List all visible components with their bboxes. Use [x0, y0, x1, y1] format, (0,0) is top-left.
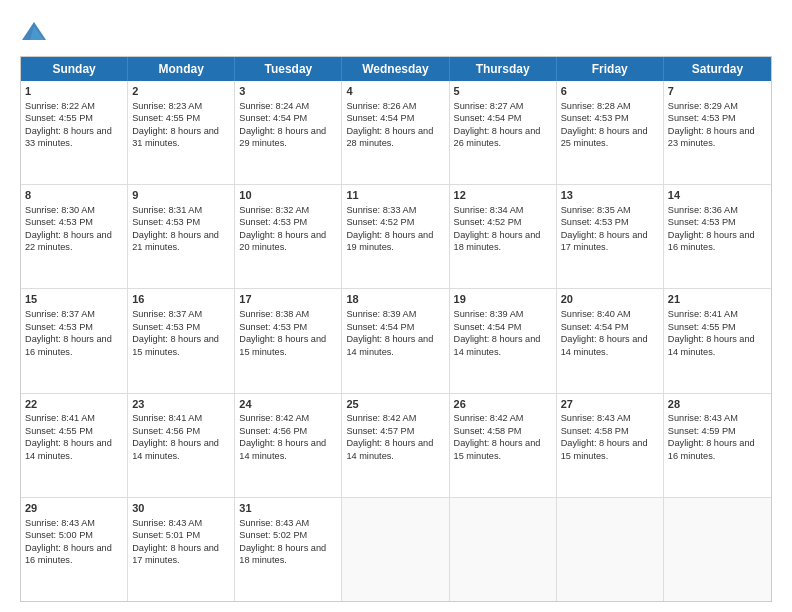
- day-cell-20: 20Sunrise: 8:40 AMSunset: 4:54 PMDayligh…: [557, 289, 664, 392]
- sunrise-text: Sunrise: 8:42 AM: [454, 413, 524, 423]
- day-number: 14: [668, 188, 767, 203]
- sunrise-text: Sunrise: 8:37 AM: [132, 309, 202, 319]
- sunrise-text: Sunrise: 8:37 AM: [25, 309, 95, 319]
- header-day-thursday: Thursday: [450, 57, 557, 81]
- calendar-row-2: 15Sunrise: 8:37 AMSunset: 4:53 PMDayligh…: [21, 289, 771, 393]
- day-number: 19: [454, 292, 552, 307]
- daylight-text: Daylight: 8 hours and 22 minutes.: [25, 230, 112, 252]
- sunrise-text: Sunrise: 8:43 AM: [239, 518, 309, 528]
- sunrise-text: Sunrise: 8:34 AM: [454, 205, 524, 215]
- day-number: 4: [346, 84, 444, 99]
- day-cell-13: 13Sunrise: 8:35 AMSunset: 4:53 PMDayligh…: [557, 185, 664, 288]
- daylight-text: Daylight: 8 hours and 29 minutes.: [239, 126, 326, 148]
- day-number: 24: [239, 397, 337, 412]
- sunset-text: Sunset: 5:02 PM: [239, 530, 307, 540]
- sunrise-text: Sunrise: 8:29 AM: [668, 101, 738, 111]
- day-cell-21: 21Sunrise: 8:41 AMSunset: 4:55 PMDayligh…: [664, 289, 771, 392]
- sunrise-text: Sunrise: 8:40 AM: [561, 309, 631, 319]
- day-number: 2: [132, 84, 230, 99]
- sunset-text: Sunset: 4:54 PM: [561, 322, 629, 332]
- sunrise-text: Sunrise: 8:43 AM: [25, 518, 95, 528]
- sunset-text: Sunset: 5:01 PM: [132, 530, 200, 540]
- sunrise-text: Sunrise: 8:31 AM: [132, 205, 202, 215]
- daylight-text: Daylight: 8 hours and 14 minutes.: [346, 438, 433, 460]
- daylight-text: Daylight: 8 hours and 19 minutes.: [346, 230, 433, 252]
- sunset-text: Sunset: 4:53 PM: [25, 217, 93, 227]
- logo-icon: [20, 18, 48, 46]
- sunset-text: Sunset: 5:00 PM: [25, 530, 93, 540]
- sunrise-text: Sunrise: 8:24 AM: [239, 101, 309, 111]
- sunset-text: Sunset: 4:53 PM: [132, 322, 200, 332]
- sunrise-text: Sunrise: 8:35 AM: [561, 205, 631, 215]
- day-number: 5: [454, 84, 552, 99]
- daylight-text: Daylight: 8 hours and 33 minutes.: [25, 126, 112, 148]
- daylight-text: Daylight: 8 hours and 14 minutes.: [561, 334, 648, 356]
- calendar-body: 1Sunrise: 8:22 AMSunset: 4:55 PMDaylight…: [21, 81, 771, 601]
- daylight-text: Daylight: 8 hours and 14 minutes.: [25, 438, 112, 460]
- day-number: 26: [454, 397, 552, 412]
- day-cell-16: 16Sunrise: 8:37 AMSunset: 4:53 PMDayligh…: [128, 289, 235, 392]
- sunset-text: Sunset: 4:53 PM: [561, 217, 629, 227]
- day-cell-30: 30Sunrise: 8:43 AMSunset: 5:01 PMDayligh…: [128, 498, 235, 601]
- daylight-text: Daylight: 8 hours and 15 minutes.: [454, 438, 541, 460]
- sunset-text: Sunset: 4:52 PM: [454, 217, 522, 227]
- page: SundayMondayTuesdayWednesdayThursdayFrid…: [0, 0, 792, 612]
- daylight-text: Daylight: 8 hours and 14 minutes.: [239, 438, 326, 460]
- day-cell-19: 19Sunrise: 8:39 AMSunset: 4:54 PMDayligh…: [450, 289, 557, 392]
- sunset-text: Sunset: 4:53 PM: [132, 217, 200, 227]
- header-day-sunday: Sunday: [21, 57, 128, 81]
- sunrise-text: Sunrise: 8:43 AM: [561, 413, 631, 423]
- sunset-text: Sunset: 4:55 PM: [25, 426, 93, 436]
- day-number: 8: [25, 188, 123, 203]
- sunset-text: Sunset: 4:56 PM: [132, 426, 200, 436]
- day-cell-11: 11Sunrise: 8:33 AMSunset: 4:52 PMDayligh…: [342, 185, 449, 288]
- sunrise-text: Sunrise: 8:43 AM: [132, 518, 202, 528]
- day-cell-15: 15Sunrise: 8:37 AMSunset: 4:53 PMDayligh…: [21, 289, 128, 392]
- day-number: 16: [132, 292, 230, 307]
- sunrise-text: Sunrise: 8:41 AM: [132, 413, 202, 423]
- day-number: 10: [239, 188, 337, 203]
- daylight-text: Daylight: 8 hours and 17 minutes.: [132, 543, 219, 565]
- calendar-header: SundayMondayTuesdayWednesdayThursdayFrid…: [21, 57, 771, 81]
- day-number: 1: [25, 84, 123, 99]
- day-number: 6: [561, 84, 659, 99]
- day-cell-24: 24Sunrise: 8:42 AMSunset: 4:56 PMDayligh…: [235, 394, 342, 497]
- day-number: 28: [668, 397, 767, 412]
- daylight-text: Daylight: 8 hours and 28 minutes.: [346, 126, 433, 148]
- sunset-text: Sunset: 4:53 PM: [239, 322, 307, 332]
- day-cell-22: 22Sunrise: 8:41 AMSunset: 4:55 PMDayligh…: [21, 394, 128, 497]
- day-number: 3: [239, 84, 337, 99]
- sunrise-text: Sunrise: 8:42 AM: [239, 413, 309, 423]
- day-number: 11: [346, 188, 444, 203]
- header-day-tuesday: Tuesday: [235, 57, 342, 81]
- day-cell-18: 18Sunrise: 8:39 AMSunset: 4:54 PMDayligh…: [342, 289, 449, 392]
- sunrise-text: Sunrise: 8:30 AM: [25, 205, 95, 215]
- header: [20, 18, 772, 46]
- sunset-text: Sunset: 4:56 PM: [239, 426, 307, 436]
- daylight-text: Daylight: 8 hours and 18 minutes.: [454, 230, 541, 252]
- sunrise-text: Sunrise: 8:23 AM: [132, 101, 202, 111]
- day-number: 9: [132, 188, 230, 203]
- sunset-text: Sunset: 4:58 PM: [454, 426, 522, 436]
- sunset-text: Sunset: 4:54 PM: [346, 322, 414, 332]
- sunset-text: Sunset: 4:53 PM: [668, 217, 736, 227]
- sunset-text: Sunset: 4:55 PM: [25, 113, 93, 123]
- sunset-text: Sunset: 4:54 PM: [346, 113, 414, 123]
- day-cell-4: 4Sunrise: 8:26 AMSunset: 4:54 PMDaylight…: [342, 81, 449, 184]
- sunset-text: Sunset: 4:53 PM: [561, 113, 629, 123]
- daylight-text: Daylight: 8 hours and 21 minutes.: [132, 230, 219, 252]
- sunset-text: Sunset: 4:53 PM: [668, 113, 736, 123]
- daylight-text: Daylight: 8 hours and 14 minutes.: [132, 438, 219, 460]
- header-day-saturday: Saturday: [664, 57, 771, 81]
- daylight-text: Daylight: 8 hours and 16 minutes.: [668, 230, 755, 252]
- sunrise-text: Sunrise: 8:32 AM: [239, 205, 309, 215]
- day-number: 31: [239, 501, 337, 516]
- sunset-text: Sunset: 4:54 PM: [454, 322, 522, 332]
- sunset-text: Sunset: 4:55 PM: [668, 322, 736, 332]
- daylight-text: Daylight: 8 hours and 26 minutes.: [454, 126, 541, 148]
- sunset-text: Sunset: 4:52 PM: [346, 217, 414, 227]
- day-cell-2: 2Sunrise: 8:23 AMSunset: 4:55 PMDaylight…: [128, 81, 235, 184]
- day-number: 30: [132, 501, 230, 516]
- day-number: 25: [346, 397, 444, 412]
- daylight-text: Daylight: 8 hours and 15 minutes.: [561, 438, 648, 460]
